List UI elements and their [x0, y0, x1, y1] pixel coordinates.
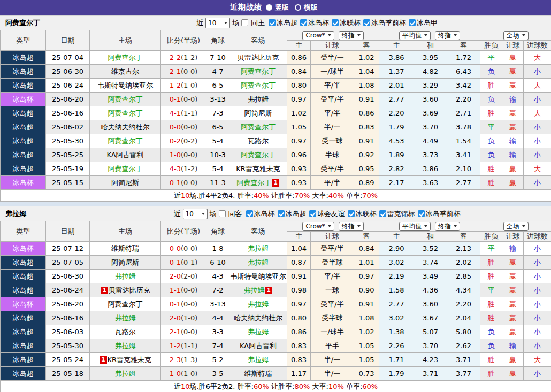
league-checkbox[interactable] — [418, 210, 425, 217]
match-row: 冰岛超25-06-30弗拉姆2-0(2-0)4-3韦斯特曼纳埃亚尔0.91平/半… — [1, 270, 551, 283]
odds-source-select[interactable]: Crow* — [302, 31, 334, 40]
league-checkbox[interactable] — [300, 19, 307, 26]
crow-home-odds-cell: 0.86 — [287, 325, 311, 339]
crow-away-odds-cell: 0.89 — [354, 176, 379, 190]
summary-text: 单率: — [344, 382, 363, 390]
final-odds-select-2[interactable]: 终指 — [435, 222, 460, 231]
crow-away-odds-cell: 0.90 — [354, 283, 379, 297]
home-team-name: KR雷克雅未克 — [108, 356, 152, 364]
final-odds-select[interactable]: 终指 — [339, 31, 364, 40]
crow-home-odds-cell: 0.86 — [287, 51, 311, 65]
result-cell: 负 — [480, 339, 502, 353]
league-checkbox[interactable] — [246, 210, 253, 217]
corner-cell: 7-4 — [206, 339, 229, 353]
match-count-select[interactable]: 10 — [183, 209, 208, 219]
score-cell: 0-1(0-1) — [161, 256, 206, 270]
summary-text: 大率: — [310, 382, 328, 390]
results-table: 类型日期主场比分(半场)角球客场Crow*终指平均值终指全场主让球客主和客胜负让… — [0, 30, 551, 202]
away-team-cell: 弗拉姆 — [229, 353, 287, 367]
result-cell: 胜 — [480, 106, 502, 120]
avg-home-odds-cell: 2.17 — [379, 176, 414, 190]
result-cell: 胜 — [480, 367, 502, 381]
league-checkbox[interactable] — [269, 19, 276, 26]
handicap-result-cell: 赢 — [502, 106, 524, 120]
avg-away-odds-cell: 1.72 — [447, 51, 480, 65]
chevron-down-icon — [328, 225, 331, 227]
average-odds-select[interactable]: 平均值 — [399, 222, 431, 231]
league-checkbox[interactable] — [409, 19, 416, 26]
away-team-name: 弗拉姆 — [248, 244, 269, 252]
summary-cell: 近10场,胜4平2负4, 胜率:40% 让胜率:70% 大率:40% 单率:70… — [1, 190, 551, 202]
col-subheader-avg-home: 主 — [379, 232, 414, 242]
league-type-cell: 冰岛超 — [1, 325, 46, 339]
col-subheader-crow-home: 主 — [287, 232, 311, 242]
home-team-name: 阿费查尔丁 — [108, 165, 143, 173]
match-count-select[interactable]: 10 — [205, 18, 230, 28]
goals-result-cell: 小 — [524, 367, 551, 381]
league-type-cell: 冰岛超 — [1, 353, 46, 367]
col-header-type: 类型 — [1, 221, 46, 242]
score-cell: 2-1(0-0) — [161, 325, 206, 339]
league-checkbox[interactable] — [348, 210, 355, 217]
home-team-name: 弗拉姆 — [115, 272, 136, 280]
score-cell: 2-2(1-2) — [161, 51, 206, 65]
summary-row: 近10场,胜6平2负2, 胜率:60% 让胜率:80% 大率:10% 单率:60… — [1, 381, 551, 392]
away-team-name: 阿费查尔丁 — [241, 123, 276, 131]
avg-away-odds-cell: 2.71 — [447, 106, 480, 120]
col-subheader-result: 胜负 — [480, 41, 502, 51]
league-checkbox[interactable] — [309, 210, 316, 217]
away-team-name: KA阿古雷利 — [240, 342, 277, 350]
league-type-cell: 冰岛超 — [1, 148, 46, 162]
fulltime-score: 0-1 — [170, 179, 181, 187]
league-checkbox[interactable] — [363, 19, 370, 26]
league-checkbox[interactable] — [379, 210, 386, 217]
same-home-checkbox[interactable] — [241, 19, 248, 26]
away-team-name: 韦斯特曼纳埃亚尔 — [231, 272, 286, 280]
select-value: 全场 — [507, 31, 519, 40]
halftime-score: (0-2) — [181, 137, 197, 145]
scope-select[interactable]: 全场 — [503, 222, 529, 231]
halftime-score: (1-1) — [181, 342, 197, 350]
col-header-corner: 角球 — [206, 30, 229, 51]
radio-horizontal-layout[interactable] — [295, 4, 301, 11]
scope-select[interactable]: 全场 — [503, 31, 529, 40]
avg-away-odds-cell: 3.78 — [447, 120, 480, 134]
summary-text: 80% — [294, 382, 310, 390]
radio-vertical-layout[interactable] — [266, 4, 272, 11]
away-team-cell: 阿费查尔丁1 — [229, 176, 287, 190]
halftime-score: (0-0) — [181, 95, 197, 103]
same-away-checkbox[interactable] — [219, 210, 226, 217]
red-card-badge: 1 — [101, 287, 108, 294]
goals-result-cell: 大 — [524, 353, 551, 367]
league-checkbox[interactable] — [332, 19, 339, 26]
score-cell: 0-1(0-0) — [161, 93, 206, 106]
final-odds-select-2[interactable]: 终指 — [435, 31, 460, 40]
home-team-cell: 弗拉姆 — [90, 311, 161, 325]
goals-result-cell: 小 — [524, 283, 551, 297]
crow-away-odds-cell: 1.01 — [354, 256, 379, 270]
halftime-score: (1-0) — [181, 81, 197, 89]
away-team-cell: KA阿古雷利 — [229, 339, 287, 353]
date-cell: 25-06-30 — [46, 270, 90, 283]
handicap-result-cell: 输 — [502, 242, 524, 256]
chevron-down-icon — [224, 22, 227, 24]
goals-result-cell: 大 — [524, 106, 551, 120]
fulltime-score: 1-0 — [170, 370, 181, 378]
odds-source-select[interactable]: Crow* — [302, 222, 334, 231]
crow-home-odds-cell: 0.93 — [287, 176, 311, 190]
crow-away-odds-cell: 0.83 — [354, 120, 379, 134]
avg-draw-odds-cell: 3.60 — [414, 93, 447, 106]
col-subheader-avg-draw: 和 — [414, 41, 447, 51]
final-odds-select[interactable]: 终指 — [339, 222, 364, 231]
home-team-cell: 弗拉姆 — [90, 270, 161, 283]
avg-home-odds-cell: 3.02 — [379, 256, 414, 270]
crow-home-odds-cell: 0.93 — [287, 162, 311, 176]
date-cell: 25-06-16 — [46, 106, 90, 120]
league-checkbox[interactable] — [278, 210, 285, 217]
result-cell: 胜 — [480, 176, 502, 190]
corner-cell: 6-10 — [206, 256, 229, 270]
avg-away-odds-cell: 6.43 — [447, 65, 480, 79]
crow-home-odds-cell: 0.96 — [287, 148, 311, 162]
halftime-score: (0-0) — [181, 244, 197, 252]
average-odds-select[interactable]: 平均值 — [399, 31, 431, 40]
